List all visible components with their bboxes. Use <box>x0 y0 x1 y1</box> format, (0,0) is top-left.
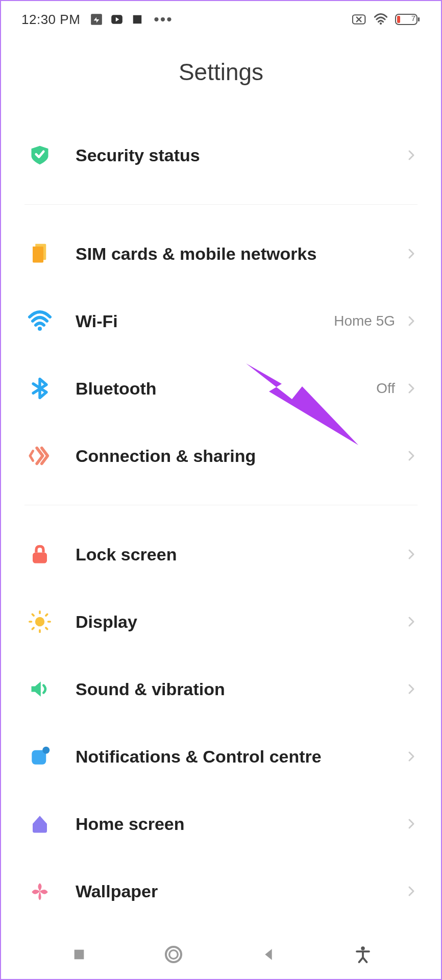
settings-item-label: Display <box>76 612 405 632</box>
settings-item-connection[interactable]: Connection & sharing <box>1 422 441 489</box>
connection-icon <box>24 440 55 471</box>
svg-point-23 <box>169 950 178 959</box>
svg-line-15 <box>32 614 34 616</box>
svg-rect-2 <box>133 15 142 24</box>
battery-text: 7 <box>411 14 415 22</box>
notifications-icon <box>24 741 55 772</box>
svg-point-24 <box>361 946 365 950</box>
settings-item-label: Lock screen <box>76 545 405 565</box>
sim-icon <box>24 238 55 269</box>
status-bar: 12:30 PM ••• <box>1 1 441 38</box>
chevron-right-icon <box>405 885 418 897</box>
chevron-right-icon <box>405 248 418 260</box>
lock-icon <box>24 539 55 570</box>
nav-home-button[interactable] <box>160 941 187 968</box>
settings-item-label: Sound & vibration <box>76 679 405 699</box>
settings-item-value: Home 5G <box>334 313 395 329</box>
chevron-right-icon <box>405 683 418 695</box>
svg-point-22 <box>166 947 181 962</box>
svg-line-16 <box>46 628 47 629</box>
settings-item-wallpaper[interactable]: Wallpaper <box>1 857 441 925</box>
page-header: Settings <box>1 38 441 121</box>
navigation-bar <box>1 930 441 979</box>
svg-rect-6 <box>418 17 420 21</box>
svg-rect-9 <box>33 553 47 564</box>
settings-item-label: Notifications & Control centre <box>76 747 405 767</box>
chevron-right-icon <box>405 450 418 462</box>
divider <box>24 204 418 205</box>
settings-item-label: Home screen <box>76 814 405 834</box>
settings-item-bluetooth[interactable]: Bluetooth Off <box>1 355 441 422</box>
shield-check-icon <box>24 140 55 170</box>
settings-item-label: Bluetooth <box>76 379 376 399</box>
home-icon <box>24 808 55 839</box>
settings-item-homescreen[interactable]: Home screen <box>1 790 441 857</box>
chevron-right-icon <box>405 616 418 628</box>
nav-accessibility-button[interactable] <box>349 941 377 968</box>
settings-item-wifi[interactable]: Wi-Fi Home 5G <box>1 287 441 355</box>
settings-item-notifications[interactable]: Notifications & Control centre <box>1 723 441 790</box>
settings-item-security[interactable]: Security status <box>1 121 441 189</box>
status-time: 12:30 PM <box>21 12 80 28</box>
settings-list: Security status SIM cards & mobile netwo… <box>1 121 441 930</box>
nav-back-button[interactable] <box>255 941 282 968</box>
svg-point-10 <box>35 617 44 626</box>
chevron-right-icon <box>405 750 418 763</box>
page-title: Settings <box>1 58 441 86</box>
nav-recent-button[interactable] <box>65 941 93 968</box>
settings-item-label: Wallpaper <box>76 881 405 901</box>
settings-item-label: Wi-Fi <box>76 311 334 331</box>
settings-item-label: SIM cards & mobile networks <box>76 244 405 264</box>
chevron-right-icon <box>405 382 418 395</box>
sun-icon <box>24 606 55 637</box>
speaker-icon <box>24 674 55 704</box>
transfer-icon <box>89 12 104 27</box>
svg-rect-21 <box>74 950 84 960</box>
chevron-right-icon <box>405 149 418 161</box>
chevron-right-icon <box>405 818 418 830</box>
settings-item-display[interactable]: Display <box>1 588 441 655</box>
chevron-right-icon <box>405 315 418 327</box>
svg-line-17 <box>32 628 34 629</box>
settings-item-value: Off <box>376 380 395 397</box>
svg-line-18 <box>46 614 47 616</box>
settings-item-sim[interactable]: SIM cards & mobile networks <box>1 220 441 287</box>
no-sim-icon <box>352 12 366 27</box>
youtube-icon <box>110 12 124 27</box>
settings-item-label: Connection & sharing <box>76 446 405 466</box>
chevron-right-icon <box>405 548 418 560</box>
svg-point-8 <box>38 327 42 331</box>
svg-rect-7 <box>397 16 400 23</box>
more-icon: ••• <box>154 11 173 28</box>
wifi-icon <box>24 306 55 336</box>
bluetooth-icon <box>24 373 55 404</box>
settings-item-label: Security status <box>76 145 405 165</box>
square-icon <box>130 12 144 27</box>
settings-item-lock[interactable]: Lock screen <box>1 521 441 588</box>
divider <box>24 505 418 505</box>
svg-point-4 <box>380 22 382 24</box>
flower-icon <box>24 876 55 906</box>
wifi-icon <box>374 12 388 27</box>
battery-icon: 7 <box>395 12 421 27</box>
svg-point-20 <box>42 747 50 754</box>
settings-item-sound[interactable]: Sound & vibration <box>1 655 441 723</box>
